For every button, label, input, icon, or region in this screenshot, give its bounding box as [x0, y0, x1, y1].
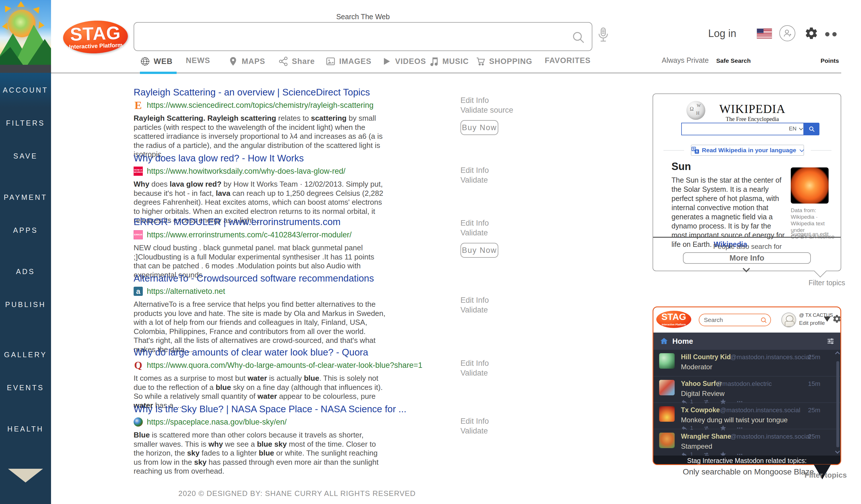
stag-search-page: ACCOUNT FILTERS SAVE PAYMENT APPS ADS PU…	[0, 0, 861, 504]
post-author[interactable]: Hill Country Kid	[681, 353, 731, 361]
always-private-label: Always Private	[662, 56, 709, 65]
result-title-link[interactable]: Rayleigh Scattering - an overview | Scie…	[134, 87, 449, 98]
sidebar-item-save[interactable]: SAVE	[0, 152, 51, 160]
wikipedia-search-button[interactable]	[804, 123, 819, 135]
tab-web[interactable]: WEB	[140, 56, 173, 67]
tab-videos-label: VIDEOS	[395, 57, 426, 66]
validate-link[interactable]: Validate	[461, 368, 555, 378]
points-link[interactable]: Points	[821, 57, 839, 64]
post-avatar[interactable]	[659, 433, 675, 448]
post[interactable]: Tx Cowpoke @mastodon.instances.social 25…	[653, 403, 840, 429]
tab-share[interactable]: Share	[278, 56, 315, 67]
result-title-link[interactable]: Why Is the Sky Blue? | NASA Space Place …	[134, 404, 449, 414]
edit-info-link[interactable]: Edit Info	[461, 416, 555, 426]
sidebar-item-gallery[interactable]: GALLERY	[0, 351, 51, 359]
validate-link[interactable]: Validate	[461, 305, 555, 315]
filter-topics-label: Filter topics	[805, 471, 847, 480]
buy-now-button[interactable]: Buy Now	[461, 243, 498, 258]
search-input[interactable]	[140, 24, 561, 49]
search-icon[interactable]	[760, 316, 767, 324]
feed-scrollbar[interactable]	[836, 361, 839, 447]
result-url-link[interactable]: https://www.howitworksdaily.com/why-does…	[147, 167, 345, 176]
search-result: Why does lava glow red? - How It Works H…	[134, 153, 555, 225]
result-title-link[interactable]: AlternativeTo - Crowdsourced software re…	[134, 273, 449, 284]
search-result: Why do large amounts of clear water look…	[134, 347, 555, 410]
us-flag-icon[interactable]	[757, 29, 772, 38]
edit-info-link[interactable]: Edit Info	[461, 295, 555, 305]
alternativeto-favicon: a	[134, 287, 143, 296]
post-avatar[interactable]	[659, 380, 675, 395]
wikipedia-tagline: The Free Encyclopedia	[709, 116, 795, 122]
stag-logo[interactable]: STAG Interactive Platform	[63, 19, 128, 54]
result-url-link[interactable]: https://www.quora.com/Why-do-large-amoun…	[147, 361, 422, 370]
post[interactable]: Wrangler Shane @mastodon.instances.socia…	[653, 429, 840, 455]
more-info-button[interactable]: More Info	[683, 252, 811, 264]
buy-now-button[interactable]: Buy Now	[461, 120, 498, 135]
result-title-link[interactable]: Why does lava glow red? - How It Works	[134, 153, 449, 164]
sun-photo[interactable]	[791, 167, 829, 204]
profile-avatar[interactable]	[781, 313, 796, 327]
search-result: Why Is the Sky Blue? | NASA Space Place …	[134, 404, 555, 476]
result-url-link[interactable]: https://spaceplace.nasa.gov/blue-sky/en/	[147, 418, 287, 426]
settings-gear-icon[interactable]	[832, 314, 841, 323]
result-title-link[interactable]: ERROR- MODULER | www.errorinstruments.co…	[134, 216, 449, 227]
sidebar: ACCOUNT FILTERS SAVE PAYMENT APPS ADS PU…	[0, 0, 51, 504]
column-settings-icon[interactable]	[826, 337, 835, 346]
profile-dropdown-icon[interactable]	[824, 316, 831, 322]
sidebar-item-account[interactable]: ACCOUNT	[0, 86, 51, 94]
sidebar-item-payment[interactable]: PAYMENT	[0, 193, 51, 202]
stag-logo-subtitle: Interactive Platform	[656, 323, 691, 326]
result-url-link[interactable]: https://alternativeto.net	[147, 287, 225, 296]
mastodon-header: STAG Interactive Platform @ TX CACTUS Ed…	[653, 307, 840, 332]
post-author[interactable]: Tx Cowpoke	[681, 406, 720, 414]
more-options-icon[interactable]	[825, 32, 837, 37]
search-icon[interactable]	[571, 30, 586, 44]
sidebar-expand-triangle[interactable]	[8, 469, 43, 482]
wikipedia-search-input[interactable]	[681, 123, 804, 135]
read-wikipedia-language-button[interactable]: 文A Read Wikipedia in your language	[691, 145, 804, 156]
suggest-edit-link[interactable]: Suggest an edit	[791, 231, 829, 237]
post-author[interactable]: Wrangler Shane	[681, 433, 731, 440]
sidebar-item-events[interactable]: EVENTS	[0, 384, 51, 392]
post[interactable]: Yahoo Surfer @mastodon.electric 15m Digi…	[653, 376, 840, 403]
edit-info-link[interactable]: Edit Info	[461, 218, 555, 228]
cart-icon	[475, 56, 486, 67]
safe-search-toggle[interactable]: Safe Search	[716, 57, 751, 64]
sidebar-item-ads[interactable]: ADS	[0, 268, 51, 276]
sidebar-item-health[interactable]: HEALTH	[0, 425, 51, 433]
post-time: 25m	[808, 354, 820, 361]
tab-favorites[interactable]: FAVORITES	[545, 56, 591, 65]
edit-info-link[interactable]: Edit Info	[461, 358, 555, 368]
sidebar-item-publish[interactable]: PUBLISH	[0, 300, 51, 309]
chevron-down-icon[interactable]	[742, 265, 750, 272]
account-avatar-icon[interactable]	[779, 25, 795, 41]
post-avatar[interactable]	[659, 353, 675, 369]
tab-maps[interactable]: MAPS	[228, 56, 265, 67]
settings-gear-icon[interactable]	[805, 26, 818, 40]
edit-profile-link[interactable]: Edit profile	[799, 320, 825, 326]
edit-info-link[interactable]: Edit Info	[461, 95, 555, 105]
post-avatar[interactable]	[659, 406, 675, 422]
tab-videos[interactable]: VIDEOS	[381, 56, 426, 67]
result-url-link[interactable]: https://www.errorinstruments.com/c-41028…	[147, 231, 352, 240]
map-pin-icon	[228, 56, 238, 67]
login-link[interactable]: Log in	[708, 28, 736, 40]
post[interactable]: Hill Country Kid @mastodon.instances.soc…	[653, 350, 840, 376]
sidebar-item-filters[interactable]: FILTERS	[0, 119, 51, 127]
result-url-link[interactable]: https://www.sciencedirect.com/topics/che…	[147, 101, 373, 110]
result-title-link[interactable]: Why do large amounts of clear water look…	[134, 347, 449, 358]
wikipedia-language-dropdown[interactable]: EN	[789, 125, 802, 132]
tab-images[interactable]: IMAGES	[325, 56, 372, 67]
edit-info-link[interactable]: Edit Info	[461, 165, 555, 175]
validate-source-link[interactable]: Validate source	[461, 105, 555, 115]
validate-link[interactable]: Validate	[461, 228, 555, 238]
tab-music[interactable]: MUSIC	[429, 56, 469, 67]
validate-link[interactable]: Validate	[461, 426, 555, 436]
microphone-icon[interactable]	[597, 26, 610, 45]
sidebar-item-apps[interactable]: APPS	[0, 226, 51, 234]
tab-news[interactable]: NEWS	[186, 56, 210, 65]
stag-logo-small[interactable]: STAG Interactive Platform	[656, 311, 691, 328]
tab-shopping[interactable]: SHOPPING	[475, 56, 532, 67]
validate-link[interactable]: Validate	[461, 175, 555, 185]
search-result: AlternativeTo - Crowdsourced software re…	[134, 273, 555, 354]
